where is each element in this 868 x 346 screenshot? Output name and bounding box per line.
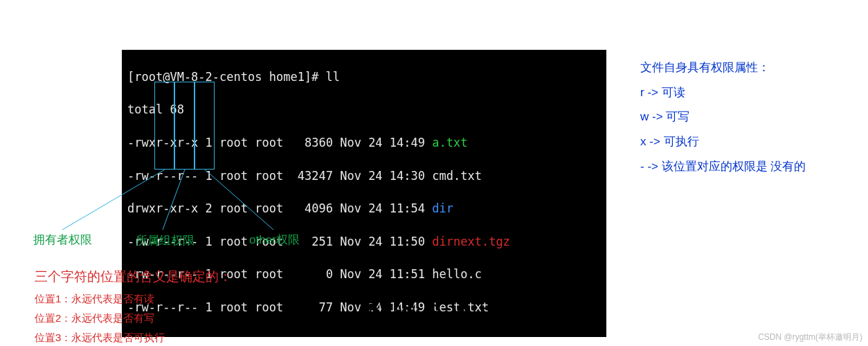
label-other-perm: other权限 [249,232,300,248]
perm-attr-list: 文件自身具有权限属性： r -> 可读 w -> 可写 x -> 可执行 - -… [640,55,806,179]
watermark-text: CSDN @rygttm(举杯邀明月) [758,331,862,343]
perm-attr-w: w -> 可写 [640,104,806,129]
perm-attr-x: x -> 可执行 [640,129,806,154]
terminal-total: total 68 [127,102,601,118]
label-group-perm: 所属组权限 [136,233,195,248]
terminal-row: -rwxr-xr-x 1 root root 8360 Nov 24 14:49… [127,135,601,152]
perm-attr-r: r -> 可读 [640,80,806,105]
perm-attr-dash: - -> 该位置对应的权限是 没有的 [640,154,806,179]
formula-text: 权限 = 人 + 文件属性 [367,292,607,326]
meaning-p1: 位置1：永远代表是否有读 [35,289,165,309]
meaning-list: 位置1：永远代表是否有读 位置2：永远代表是否有写 位置3：永远代表是否可执行 [35,289,165,346]
terminal-row: -rw-r--r-- 1 root root 251 Nov 24 11:50 … [127,234,601,251]
meaning-p2: 位置2：永远代表是否有写 [35,309,165,328]
meaning-p3: 位置3：永远代表是否可执行 [35,328,165,347]
terminal-row: drwxr-xr-x 2 root root 4096 Nov 24 11:54… [127,201,601,217]
terminal-prompt: [root@VM-8-2-centos home1]# ll [127,69,601,86]
perm-attr-title: 文件自身具有权限属性： [640,55,806,80]
label-owner-perm: 拥有者权限 [33,232,92,248]
terminal-row: -rw-r--r-- 1 root root 43247 Nov 24 14:3… [127,168,601,185]
meaning-title: 三个字符的位置的含义是确定的： [35,268,232,286]
